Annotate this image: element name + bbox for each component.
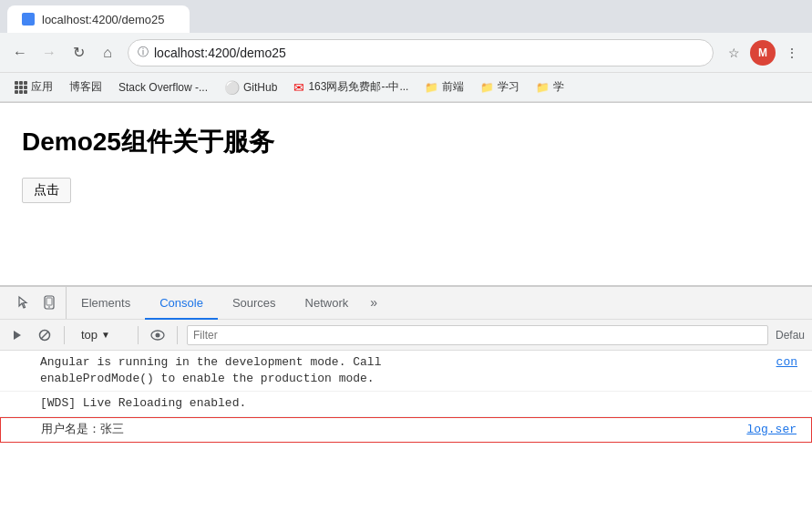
bookmark-last-icon: 📁 bbox=[536, 81, 550, 94]
bookmark-blog-label: 博客园 bbox=[69, 79, 102, 95]
bookmark-github-label: GitHub bbox=[243, 81, 277, 94]
bookmark-apps[interactable]: 应用 bbox=[7, 77, 60, 97]
tab-label: localhost:4200/demo25 bbox=[42, 13, 164, 26]
bookmark-study-label: 学习 bbox=[498, 79, 519, 95]
bookmark-frontend-icon: 📁 bbox=[425, 81, 438, 94]
bookmark-stackoverflow[interactable]: Stack Overflow -... bbox=[111, 78, 215, 97]
context-label: top bbox=[81, 328, 98, 342]
bookmark-study-icon: 📁 bbox=[480, 81, 494, 94]
toolbar-separator bbox=[64, 326, 65, 344]
console-line-1-text: Angular is running in the development mo… bbox=[40, 354, 776, 387]
svg-line-5 bbox=[41, 332, 48, 339]
console-link-3[interactable]: log.ser bbox=[746, 422, 804, 438]
devtools-select-icon[interactable] bbox=[15, 293, 33, 312]
bookmark-github-icon: ⚪ bbox=[224, 80, 240, 95]
console-line-3-text: 用户名是：张三 bbox=[41, 422, 746, 438]
bookmark-last[interactable]: 📁 学 bbox=[529, 77, 571, 97]
devtools-icon-group bbox=[7, 286, 67, 319]
bookmark-frontend-label: 前端 bbox=[442, 79, 464, 95]
tab-bar: localhost:4200/demo25 bbox=[0, 0, 812, 33]
console-line-2-text: [WDS] Live Reloading enabled. bbox=[40, 395, 797, 412]
svg-marker-3 bbox=[14, 331, 21, 340]
active-tab[interactable]: localhost:4200/demo25 bbox=[7, 5, 190, 33]
bookmarks-bar: 应用 博客园 Stack Overflow -... ⚪ GitHub ✉ 16… bbox=[0, 73, 812, 102]
console-line-1: Angular is running in the development mo… bbox=[0, 351, 812, 392]
nav-bar: ← → ↻ ⌂ ⓘ localhost:4200/demo25 ☆ M ⋮ bbox=[0, 33, 812, 73]
bookmark-last-label: 学 bbox=[553, 79, 564, 95]
context-dropdown[interactable]: top ▼ bbox=[74, 326, 128, 343]
reload-button[interactable]: ↻ bbox=[66, 40, 91, 66]
clear-icon[interactable] bbox=[35, 325, 55, 345]
tab-favicon bbox=[22, 13, 35, 26]
devtools-toolbar: top ▼ Defau bbox=[0, 320, 812, 351]
tab-sources[interactable]: Sources bbox=[218, 287, 291, 320]
bookmark-163[interactable]: ✉ 163网易免费邮--中... bbox=[286, 77, 416, 97]
page-content: Demo25组件关于服务 点击 bbox=[0, 103, 812, 285]
security-icon: ⓘ bbox=[138, 45, 149, 60]
browser-chrome: localhost:4200/demo25 ← → ↻ ⌂ ⓘ localhos… bbox=[0, 0, 812, 103]
console-link-1[interactable]: con bbox=[776, 354, 805, 371]
forward-button[interactable]: → bbox=[36, 40, 62, 66]
eye-icon[interactable] bbox=[148, 325, 168, 345]
address-bar[interactable]: ⓘ localhost:4200/demo25 bbox=[128, 39, 714, 66]
toolbar-separator-3 bbox=[177, 326, 178, 344]
bookmark-163-label: 163网易免费邮--中... bbox=[308, 79, 408, 95]
bookmark-frontend[interactable]: 📁 前端 bbox=[417, 77, 471, 97]
bookmark-blog[interactable]: 博客园 bbox=[62, 77, 109, 97]
devtools-panel: Elements Console Sources Network » top ▼ bbox=[0, 285, 812, 521]
nav-actions: ☆ M ⋮ bbox=[721, 40, 805, 66]
click-button[interactable]: 点击 bbox=[22, 178, 71, 203]
devtools-inspect-icon[interactable] bbox=[40, 293, 58, 312]
svg-point-7 bbox=[156, 332, 160, 337]
tab-network[interactable]: Network bbox=[291, 287, 364, 320]
bookmark-github[interactable]: ⚪ GitHub bbox=[217, 77, 284, 97]
bookmark-stackoverflow-label: Stack Overflow -... bbox=[118, 81, 208, 94]
bookmark-163-icon: ✉ bbox=[293, 80, 304, 95]
back-button[interactable]: ← bbox=[7, 40, 33, 66]
dropdown-arrow-icon: ▼ bbox=[101, 330, 110, 340]
toolbar-separator-2 bbox=[138, 326, 139, 344]
svg-point-2 bbox=[48, 306, 50, 308]
tab-elements[interactable]: Elements bbox=[67, 287, 145, 320]
bookmark-study[interactable]: 📁 学习 bbox=[473, 77, 527, 97]
tab-console[interactable]: Console bbox=[145, 287, 218, 320]
console-output: Angular is running in the development mo… bbox=[0, 351, 812, 521]
console-line-2: [WDS] Live Reloading enabled. bbox=[0, 392, 812, 416]
filter-input[interactable] bbox=[187, 325, 768, 345]
svg-rect-1 bbox=[46, 298, 52, 305]
bookmark-apps-label: 应用 bbox=[31, 79, 53, 95]
profile-button[interactable]: M bbox=[750, 40, 776, 66]
home-button[interactable]: ⌂ bbox=[95, 40, 120, 66]
apps-icon bbox=[15, 81, 27, 94]
devtools-tabs: Elements Console Sources Network » bbox=[0, 287, 812, 320]
bookmark-button[interactable]: ☆ bbox=[721, 40, 746, 66]
page-title: Demo25组件关于服务 bbox=[22, 125, 790, 159]
address-text: localhost:4200/demo25 bbox=[154, 46, 704, 60]
menu-button[interactable]: ⋮ bbox=[779, 40, 805, 66]
execute-icon[interactable] bbox=[7, 325, 27, 345]
tab-more[interactable]: » bbox=[363, 287, 385, 320]
console-line-3: 用户名是：张三 log.ser bbox=[0, 417, 812, 443]
default-label: Defau bbox=[776, 329, 805, 342]
